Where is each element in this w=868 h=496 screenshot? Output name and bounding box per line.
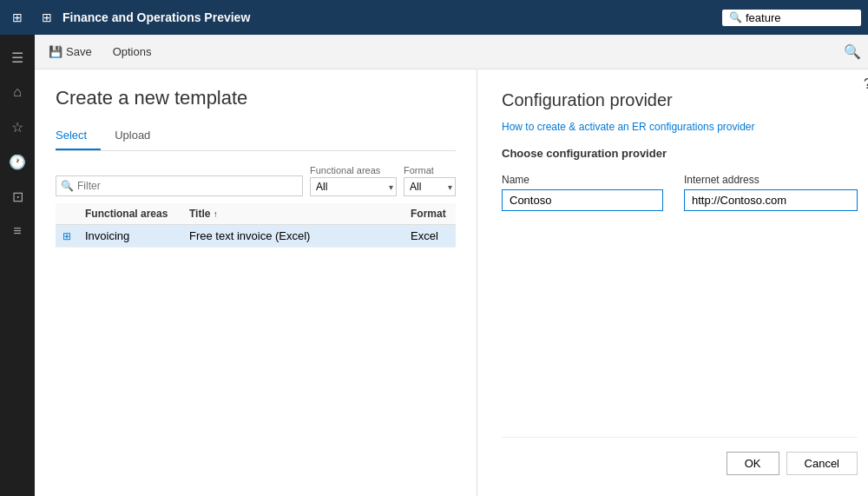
sidebar-recent[interactable]: 🕐 <box>0 146 35 177</box>
row-area: Invoicing <box>78 225 182 248</box>
app-logo-area: ⊞ <box>0 0 35 35</box>
tab-select[interactable]: Select <box>56 123 101 150</box>
functional-areas-select-wrap: All <box>310 177 397 196</box>
internet-address-field: Internet address <box>684 174 858 211</box>
table-row[interactable]: ⊞ Invoicing Free text invoice (Excel) Ex… <box>56 225 456 248</box>
filter-input[interactable] <box>56 175 303 196</box>
help-icon[interactable]: ? <box>864 76 868 92</box>
functional-areas-select[interactable]: All <box>310 177 397 196</box>
page-title: Create a new template <box>56 87 456 109</box>
row-title: Free text invoice (Excel) <box>182 225 404 248</box>
topbar-search-input[interactable] <box>746 11 850 24</box>
format-select[interactable]: All <box>404 177 456 196</box>
col-header-title[interactable]: Title <box>182 203 404 225</box>
topbar: ⊞ Finance and Operations Preview 🔍 <box>35 0 868 35</box>
er-provider-link[interactable]: How to create & activate an ER configura… <box>502 121 858 133</box>
sidebar-favorites[interactable]: ☆ <box>0 111 35 142</box>
format-select-wrap: All <box>404 177 456 196</box>
app-title: Finance and Operations Preview <box>62 10 715 24</box>
format-group: Format All <box>404 165 456 196</box>
options-label: Options <box>113 45 152 58</box>
panel-footer: OK Cancel <box>502 437 858 475</box>
name-input[interactable] <box>502 189 663 211</box>
options-button[interactable]: Options <box>106 42 159 62</box>
row-icon: ⊞ <box>56 225 78 248</box>
sidebar-home[interactable]: ⌂ <box>0 76 35 108</box>
cancel-button[interactable]: Cancel <box>786 452 858 475</box>
topbar-grid-icon: ⊞ <box>42 10 52 24</box>
ok-button[interactable]: OK <box>727 452 779 475</box>
panel-subtitle: Choose configuration provider <box>502 147 858 160</box>
save-icon: 💾 <box>49 45 62 58</box>
left-panel: Create a new template Select Upload 🔍 Fu… <box>35 69 477 496</box>
grid-icon: ⊞ <box>12 10 23 24</box>
save-button[interactable]: 💾 Save <box>42 42 99 62</box>
functional-areas-label: Functional areas <box>310 165 397 175</box>
sidebar-workspaces[interactable]: ⊡ <box>0 181 35 212</box>
commandbar: 💾 Save Options 🔍 <box>35 35 868 69</box>
col-header-icon <box>56 203 78 225</box>
search-icon: 🔍 <box>729 11 742 23</box>
col-header-area[interactable]: Functional areas <box>78 203 182 225</box>
commandbar-search-button[interactable]: 🔍 <box>844 43 861 60</box>
col-header-format[interactable]: Format <box>404 203 456 225</box>
templates-table: Functional areas Title Format ⊞ Invoicin… <box>56 203 456 248</box>
filter-input-wrap: 🔍 <box>56 175 303 196</box>
tab-upload[interactable]: Upload <box>115 123 164 150</box>
sidebar-hamburger[interactable]: ☰ <box>0 42 35 73</box>
right-panel: ? Configuration provider How to create &… <box>477 69 868 496</box>
internet-address-input[interactable] <box>684 189 858 211</box>
tabs: Select Upload <box>56 123 456 151</box>
name-field: Name <box>502 174 663 211</box>
filter-search-icon: 🔍 <box>61 180 74 192</box>
sidebar-modules[interactable]: ≡ <box>0 215 35 247</box>
row-format: Excel <box>404 225 456 248</box>
panel-title: Configuration provider <box>502 90 858 110</box>
name-label: Name <box>502 174 663 186</box>
save-label: Save <box>66 45 92 58</box>
functional-areas-group: Functional areas All <box>310 165 397 196</box>
filter-row: 🔍 Functional areas All Format <box>56 165 456 196</box>
internet-address-label: Internet address <box>684 174 858 186</box>
format-label: Format <box>404 165 456 175</box>
topbar-search-box[interactable]: 🔍 <box>722 10 861 26</box>
provider-form: Name Internet address <box>502 174 858 211</box>
